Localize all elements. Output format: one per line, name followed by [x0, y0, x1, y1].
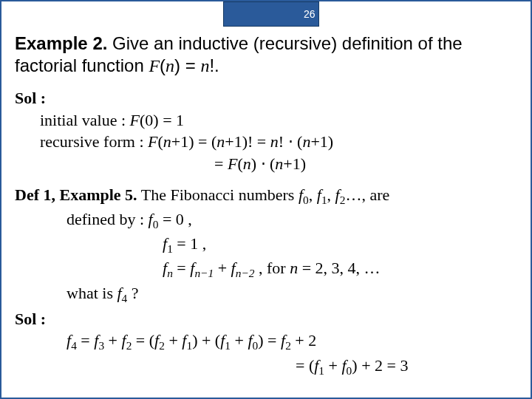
init-F: F [130, 111, 140, 129]
eqnplus: + [214, 259, 231, 277]
l2-n2: n [275, 154, 283, 173]
l1s2b: 2 [159, 340, 165, 352]
paren-open: ( [160, 55, 166, 75]
whatq: ? [127, 284, 138, 302]
l1p2: + [165, 331, 182, 349]
paren-close-eq: ) = [174, 55, 200, 75]
solution-2: Sol : f4 = f3 + f2 = (f2 + f1) + (f1 + f… [15, 308, 520, 379]
eqnvals: = 2, 3, 4, … [298, 259, 380, 277]
eqnsn1: n−1 [194, 267, 214, 280]
init-rest: (0) = 1 [140, 111, 184, 129]
page-number: 26 [304, 8, 316, 20]
slide-content: Example 2. Give an inductive (recursive)… [15, 33, 520, 379]
rec-end1: +1) [310, 132, 333, 151]
s0: 0 [303, 194, 309, 206]
l2-open: ( [237, 154, 242, 173]
page-number-tab: 26 [223, 1, 319, 27]
l2s1: 1 [318, 364, 324, 377]
l1s2c: 2 [285, 340, 291, 352]
sol2-label: Sol : [15, 308, 520, 330]
l2end: ) + 2 = 3 [352, 356, 408, 375]
l2p: + [324, 356, 341, 375]
rec-n4: n [302, 132, 310, 151]
l1s1b: 1 [225, 340, 231, 352]
definition-block: Def 1, Example 5. The Fibonacci numbers … [15, 184, 520, 307]
dots: …, are [345, 185, 389, 204]
l1cp2: ) = [258, 331, 281, 349]
example-heading: Example 2. Give an inductive (recursive)… [15, 33, 520, 77]
solution-1: Sol : initial value : F(0) = 1 recursive… [15, 87, 520, 175]
eqnsn: n [167, 267, 173, 280]
eq1s: 1 [167, 243, 173, 256]
l1s3: 3 [98, 340, 104, 352]
rec-n2: n [216, 132, 225, 151]
what: what is [66, 284, 117, 302]
l1s4: 4 [71, 340, 77, 352]
var-n: n [166, 56, 174, 75]
l1s1: 1 [186, 340, 192, 352]
c0: , [309, 185, 317, 204]
initial-value-line: initial value : F(0) = 1 [15, 109, 520, 132]
def-line2: defined by : f0 = 0 , [15, 208, 520, 233]
l2-end: +1) [283, 154, 306, 173]
sol2-line1: f4 = f3 + f2 = (f2 + f1) + (f1 + f0) = f… [15, 330, 520, 354]
l2eq: = ( [296, 356, 314, 375]
l1p1: + [104, 331, 121, 349]
init-prefix: initial value : [40, 111, 130, 129]
rec-F: F [148, 132, 157, 151]
eqnsn2: n−2 [236, 267, 255, 280]
rec-n3: n [270, 132, 279, 151]
eqneq: = [173, 259, 190, 277]
l1end: + 2 [291, 331, 316, 349]
rec-mid2: +1)! = [225, 132, 270, 151]
def-intro: The Fibonacci numbers [137, 185, 299, 204]
def-what: what is f4 ? [15, 282, 520, 307]
rec-prefix: recursive form : [40, 132, 148, 151]
eqnfor: , for [254, 259, 290, 277]
sol2-line2: = (f1 + f0) + 2 = 3 [15, 355, 520, 379]
def-line3: f1 = 1 , [15, 233, 520, 257]
eqnnv: n [290, 259, 298, 277]
recursive-form-line: recursive form : F(n+1) = (n+1)! = n! ⋅ … [15, 131, 520, 153]
example-label: Example 2. [15, 33, 107, 53]
l2-n1: n [243, 154, 251, 173]
l2-eq: = [214, 154, 228, 173]
defined-by: defined by : [66, 210, 149, 228]
eq0r: = 0 , [158, 210, 191, 228]
c1: , [327, 185, 335, 204]
l1eq1: = [77, 331, 94, 349]
def-line4: fn = fn−1 + fn−2 , for n = 2, 3, 4, … [15, 257, 520, 282]
l2-F: F [228, 154, 237, 173]
l1cp: ) + ( [192, 331, 220, 349]
var-n2: n [200, 56, 209, 75]
fn-F: F [149, 56, 160, 75]
eq1r: = 1 , [173, 234, 206, 253]
rec-n1: n [163, 132, 171, 151]
slide-frame: 26 Example 2. Give an inductive (recursi… [0, 0, 532, 399]
def-label: Def 1, Example 5. [15, 185, 137, 204]
recursive-form-line2: = F(n) ⋅ (n+1) [15, 153, 520, 175]
bang-period: !. [209, 55, 219, 75]
sol-label: Sol : [15, 87, 520, 109]
l1eq2: = ( [132, 331, 154, 349]
l1p3: + [231, 331, 248, 349]
def-line1: Def 1, Example 5. The Fibonacci numbers … [15, 184, 520, 208]
l2-mid: ) ⋅ ( [251, 154, 276, 173]
s1: 1 [321, 194, 327, 206]
rec-mid1: +1) = ( [171, 132, 216, 151]
rec-open: ( [157, 132, 163, 151]
rec-mid3: ! ⋅ ( [279, 132, 303, 151]
